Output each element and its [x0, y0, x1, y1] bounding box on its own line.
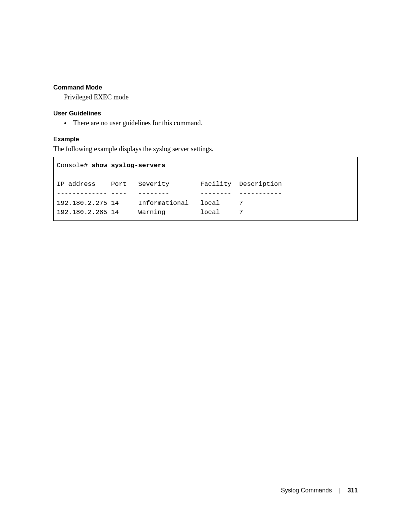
page-content: Command Mode Privileged EXEC mode User G… [53, 84, 358, 228]
section-example: Example The following example displays t… [53, 136, 358, 221]
section-command-mode: Command Mode Privileged EXEC mode [53, 84, 358, 101]
section-user-guidelines: User Guidelines There are no user guidel… [53, 110, 358, 127]
code-divider: ------------- ---- -------- -------- ---… [57, 190, 282, 197]
footer-separator: | [339, 487, 341, 494]
guidelines-list: There are no user guidelines for this co… [53, 119, 358, 127]
page-footer: Syslog Commands | 311 [281, 487, 358, 494]
heading-user-guidelines: User Guidelines [53, 110, 358, 117]
footer-page-number: 311 [347, 487, 358, 494]
code-row: 192.180.2.285 14 Warning local 7 [57, 209, 243, 216]
code-columns: IP address Port Severity Facility Descri… [57, 181, 282, 188]
code-block: Console# show syslog-servers IP address … [53, 157, 358, 221]
code-command: show syslog-servers [92, 162, 166, 169]
example-intro: The following example displays the syslo… [53, 145, 358, 153]
heading-command-mode: Command Mode [53, 84, 358, 91]
code-row: 192.180.2.275 14 Informational local 7 [57, 200, 243, 207]
text-command-mode: Privileged EXEC mode [53, 93, 358, 101]
code-prompt: Console# [57, 162, 92, 169]
heading-example: Example [53, 136, 358, 143]
footer-chapter: Syslog Commands [281, 487, 332, 494]
guidelines-bullet: There are no user guidelines for this co… [73, 119, 358, 127]
